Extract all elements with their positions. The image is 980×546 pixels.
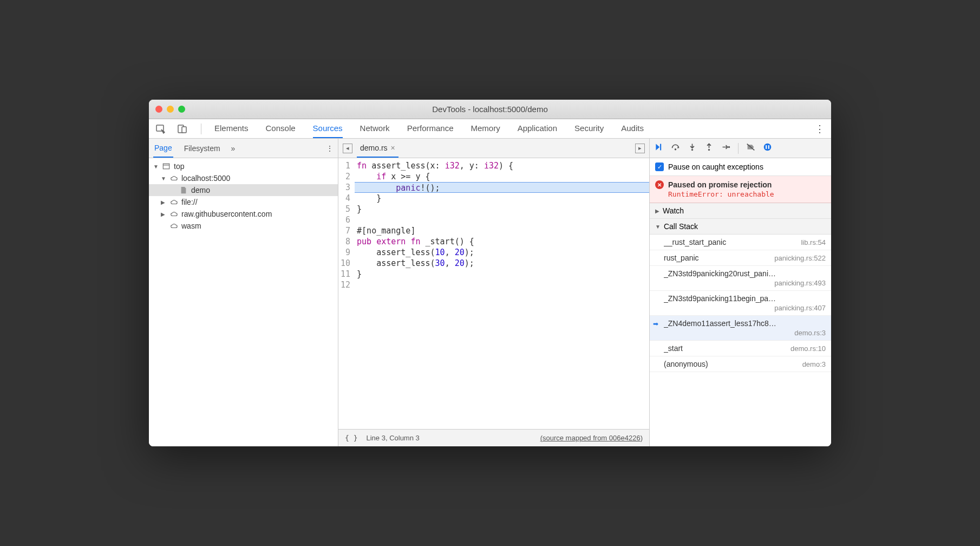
code-line[interactable] bbox=[355, 280, 649, 290]
stack-frame[interactable]: ➡_ZN4demo11assert_less17hc8…demo.rs:3 bbox=[650, 316, 831, 341]
code-line[interactable]: } bbox=[355, 269, 649, 280]
tree-item-label: demo bbox=[191, 186, 210, 194]
source-map-link[interactable]: 006e4226 bbox=[609, 434, 641, 442]
stack-frame[interactable]: _ZN3std9panicking20rust_pani…panicking.r… bbox=[650, 266, 831, 291]
debugger-sidebar: ✓ Pause on caught exceptions ✕ Paused on… bbox=[650, 139, 831, 446]
stack-frame[interactable]: (anonymous)demo:3 bbox=[650, 356, 831, 372]
code-line[interactable]: assert_less(10, 20); bbox=[355, 247, 649, 258]
step-into-icon[interactable] bbox=[688, 142, 697, 154]
nav-back-icon[interactable]: ◂ bbox=[343, 144, 352, 153]
tree-item[interactable]: demo bbox=[149, 184, 338, 196]
tree-item[interactable]: ▶raw.githubusercontent.com bbox=[149, 208, 338, 220]
cursor-position: Line 3, Column 3 bbox=[366, 434, 419, 442]
pause-error-text: RuntimeError: unreachable bbox=[655, 190, 826, 198]
code-area[interactable]: fn assert_less(x: i32, y: i32) { if x >=… bbox=[355, 158, 649, 429]
chevron-down-icon: ▼ bbox=[153, 164, 159, 170]
nav-fwd-icon[interactable]: ▸ bbox=[635, 144, 645, 153]
tab-audits[interactable]: Audits bbox=[621, 119, 644, 138]
tree-item[interactable]: wasm bbox=[149, 220, 338, 232]
editor-tabbar: ◂ demo.rs × ▸ bbox=[338, 139, 649, 158]
step-icon[interactable] bbox=[721, 142, 730, 154]
main-toolbar: Elements Console Sources Network Perform… bbox=[149, 119, 831, 139]
chevron-right-icon: ▶ bbox=[161, 199, 166, 205]
frame-function: _ZN4demo11assert_less17hc8… bbox=[664, 319, 826, 328]
svg-point-9 bbox=[728, 146, 730, 148]
tab-sources[interactable]: Sources bbox=[313, 119, 343, 138]
stack-frame[interactable]: rust_panicpanicking.rs:522 bbox=[650, 250, 831, 266]
callstack-section-header[interactable]: ▼ Call Stack bbox=[650, 219, 831, 235]
current-frame-icon: ➡ bbox=[653, 320, 658, 328]
code-line[interactable]: } bbox=[355, 193, 649, 204]
debugger-toolbar bbox=[650, 139, 831, 158]
separator bbox=[738, 143, 739, 154]
tab-application[interactable]: Application bbox=[518, 119, 557, 138]
cloud-icon bbox=[169, 174, 178, 183]
sidetab-page[interactable]: Page bbox=[153, 139, 173, 158]
navigator-sidebar: Page Filesystem » ⋮ ▼top▼localhost:5000d… bbox=[149, 139, 338, 446]
tab-performance[interactable]: Performance bbox=[407, 119, 454, 138]
maximize-window-button[interactable] bbox=[178, 106, 185, 113]
pretty-print-icon[interactable]: { } bbox=[345, 434, 357, 442]
svg-point-10 bbox=[764, 144, 772, 151]
editor-tab[interactable]: demo.rs × bbox=[357, 144, 398, 158]
editor-tab-label: demo.rs bbox=[360, 144, 388, 152]
frame-function: _start bbox=[664, 344, 683, 353]
tab-memory[interactable]: Memory bbox=[471, 119, 500, 138]
code-line[interactable] bbox=[355, 214, 649, 225]
step-over-icon[interactable] bbox=[671, 142, 680, 154]
checkbox-checked-icon[interactable]: ✓ bbox=[655, 162, 664, 171]
frame-location: panicking.rs:407 bbox=[774, 304, 826, 312]
code-line[interactable]: if x >= y { bbox=[355, 171, 649, 182]
device-toolbar-icon[interactable] bbox=[177, 125, 188, 133]
svg-point-6 bbox=[675, 148, 676, 150]
minimize-window-button[interactable] bbox=[167, 106, 174, 113]
code-line[interactable]: panic!(); bbox=[355, 182, 649, 193]
code-line[interactable]: } bbox=[355, 204, 649, 214]
frame-location: panicking.rs:522 bbox=[774, 254, 826, 262]
editor-statusbar: { } Line 3, Column 3 (source mapped from… bbox=[338, 429, 649, 446]
stack-frame[interactable]: __rust_start_paniclib.rs:54 bbox=[650, 235, 831, 250]
frame-function: _ZN3std9panicking11begin_pa… bbox=[664, 294, 826, 303]
more-menu-icon[interactable]: ⋮ bbox=[815, 123, 825, 135]
separator bbox=[201, 123, 201, 134]
code-line[interactable]: #[no_mangle] bbox=[355, 225, 649, 236]
frame-location: lib.rs:54 bbox=[801, 238, 826, 246]
tab-console[interactable]: Console bbox=[266, 119, 296, 138]
pause-on-caught-option[interactable]: ✓ Pause on caught exceptions bbox=[650, 158, 831, 176]
call-stack-list: __rust_start_paniclib.rs:54rust_panicpan… bbox=[650, 235, 831, 446]
code-line[interactable]: pub extern fn _start() { bbox=[355, 236, 649, 247]
tree-item[interactable]: ▼localhost:5000 bbox=[149, 172, 338, 184]
close-tab-icon[interactable]: × bbox=[391, 144, 395, 152]
chevron-down-icon: ▼ bbox=[161, 176, 166, 181]
navigator-tabs: Page Filesystem » ⋮ bbox=[149, 139, 338, 158]
stack-frame[interactable]: _startdemo.rs:10 bbox=[650, 341, 831, 356]
watch-section-header[interactable]: ▶ Watch bbox=[650, 203, 831, 219]
tab-elements[interactable]: Elements bbox=[214, 119, 249, 138]
code-editor[interactable]: 123456789101112 fn assert_less(x: i32, y… bbox=[338, 158, 649, 429]
more-tabs-icon[interactable]: » bbox=[231, 144, 236, 153]
stack-frame[interactable]: _ZN3std9panicking11begin_pa…panicking.rs… bbox=[650, 291, 831, 316]
tab-security[interactable]: Security bbox=[574, 119, 604, 138]
tree-item[interactable]: ▼top bbox=[149, 160, 338, 172]
inspect-element-icon[interactable] bbox=[155, 125, 166, 133]
chevron-right-icon: ▶ bbox=[655, 208, 659, 214]
tab-network[interactable]: Network bbox=[360, 119, 390, 138]
svg-rect-5 bbox=[660, 144, 661, 151]
tree-item[interactable]: ▶file:// bbox=[149, 196, 338, 208]
code-line[interactable]: assert_less(30, 20); bbox=[355, 258, 649, 269]
panel-tabs: Elements Console Sources Network Perform… bbox=[214, 119, 644, 138]
source-map-info: (source mapped from 006e4226) bbox=[540, 434, 643, 442]
pause-exceptions-icon[interactable] bbox=[763, 142, 772, 154]
titlebar: DevTools - localhost:5000/demo bbox=[149, 100, 831, 119]
resume-icon[interactable] bbox=[654, 142, 663, 154]
sidetab-filesystem[interactable]: Filesystem bbox=[183, 140, 221, 157]
step-out-icon[interactable] bbox=[704, 142, 714, 154]
sidebar-menu-icon[interactable]: ⋮ bbox=[326, 144, 334, 153]
code-line[interactable]: fn assert_less(x: i32, y: i32) { bbox=[355, 160, 649, 171]
frame-location: panicking.rs:493 bbox=[774, 279, 826, 287]
close-window-button[interactable] bbox=[155, 106, 162, 113]
watch-label: Watch bbox=[663, 206, 684, 215]
deactivate-breakpoints-icon[interactable] bbox=[746, 142, 755, 154]
window-title: DevTools - localhost:5000/demo bbox=[432, 105, 547, 114]
cloud-icon bbox=[169, 198, 178, 206]
